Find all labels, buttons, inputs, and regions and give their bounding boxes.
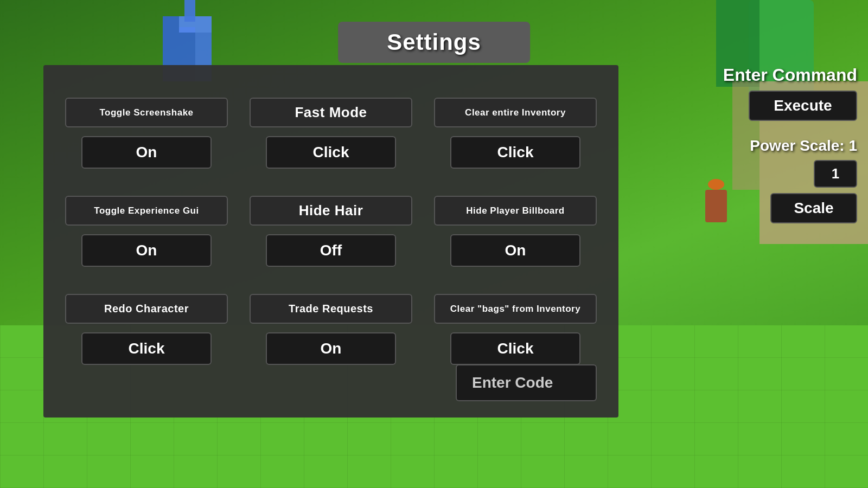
setting-hide-player-billboard: Hide Player Billboard On [434,196,597,267]
clear-bags-value-btn[interactable]: Click [450,332,580,365]
setting-toggle-screenshake: Toggle Screenshake On [65,98,228,169]
clear-bags-label-btn[interactable]: Clear "bags" from Inventory [434,294,597,324]
enter-code-container [456,364,597,401]
settings-title-bar: Settings [338,22,530,63]
scale-button[interactable]: Scale [770,193,857,223]
right-panel: Enter Command Execute Power Scale: 1 1 S… [723,65,857,223]
setting-clear-bags: Clear "bags" from Inventory Click [434,294,597,365]
setting-fast-mode: Fast Mode Click [250,98,412,169]
settings-grid: Toggle Screenshake On Fast Mode Click Cl… [65,98,597,365]
trade-requests-label-btn[interactable]: Trade Requests [250,294,412,324]
setting-redo-character: Redo Character Click [65,294,228,365]
enter-command-label: Enter Command [723,65,857,85]
redo-character-value-btn[interactable]: Click [81,332,212,365]
setting-hide-hair: Hide Hair Off [250,196,412,267]
clear-inventory-label-btn[interactable]: Clear entire Inventory [434,98,597,127]
toggle-screenshake-label-btn[interactable]: Toggle Screenshake [65,98,228,127]
toggle-experience-value-btn[interactable]: On [81,234,212,267]
setting-clear-inventory: Clear entire Inventory Click [434,98,597,169]
redo-character-label-btn[interactable]: Redo Character [65,294,228,324]
fast-mode-value-btn[interactable]: Click [266,136,396,169]
setting-trade-requests: Trade Requests On [250,294,412,365]
fast-mode-label-btn[interactable]: Fast Mode [250,98,412,127]
settings-panel: Toggle Screenshake On Fast Mode Click Cl… [43,65,618,418]
scale-value-button[interactable]: 1 [814,160,857,188]
power-scale-label: Power Scale: 1 [750,137,857,155]
toggle-screenshake-value-btn[interactable]: On [81,136,212,169]
enter-code-input[interactable] [456,364,597,401]
toggle-experience-label-btn[interactable]: Toggle Experience Gui [65,196,228,226]
hide-billboard-value-btn[interactable]: On [450,234,580,267]
hide-billboard-label-btn[interactable]: Hide Player Billboard [434,196,597,226]
trade-requests-value-btn[interactable]: On [266,332,396,365]
setting-toggle-experience: Toggle Experience Gui On [65,196,228,267]
execute-button[interactable]: Execute [749,91,857,121]
hide-hair-value-btn[interactable]: Off [266,234,396,267]
settings-title: Settings [387,29,481,55]
hide-hair-label-btn[interactable]: Hide Hair [250,196,412,226]
clear-inventory-value-btn[interactable]: Click [450,136,580,169]
